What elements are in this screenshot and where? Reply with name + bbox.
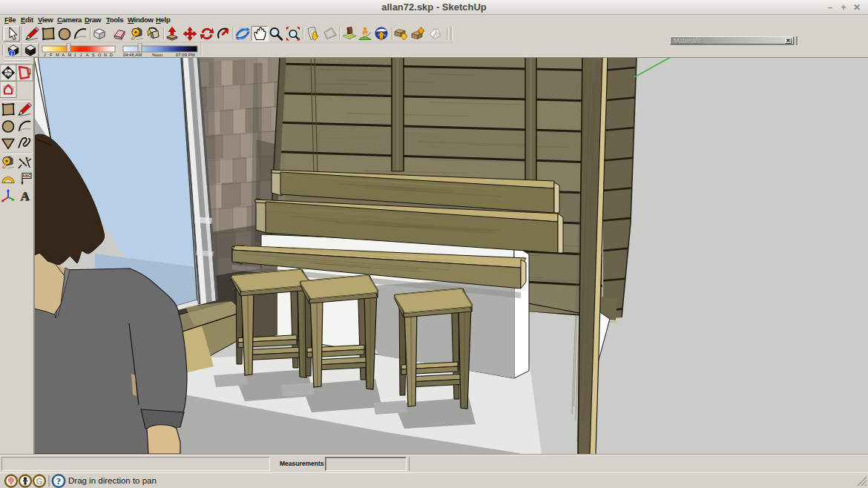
svg-text:?: ? [56, 475, 62, 487]
svg-text:J: J [74, 53, 76, 57]
svg-text:M: M [68, 53, 71, 57]
svg-text:A: A [21, 189, 30, 203]
svg-text:S: S [92, 53, 95, 57]
svg-text:04:46 AM: 04:46 AM [123, 53, 142, 57]
svg-text:Noon: Noon [152, 53, 162, 57]
svg-text:O: O [98, 53, 102, 57]
svg-text:M: M [56, 53, 59, 57]
svg-text:G: G [36, 477, 43, 486]
svg-text:07:09 PM: 07:09 PM [176, 53, 195, 57]
svg-text:F: F [50, 53, 53, 57]
svg-text:J: J [80, 53, 82, 57]
svg-text:A: A [86, 53, 89, 57]
svg-text:C: C [7, 68, 10, 73]
svg-text:D: D [110, 53, 113, 57]
svg-text:N-S: N-S [5, 73, 10, 77]
svg-text:A: A [62, 53, 65, 57]
svg-text:J: J [44, 53, 46, 57]
svg-text:ABC: ABC [22, 174, 31, 178]
svg-text:N: N [104, 53, 107, 57]
